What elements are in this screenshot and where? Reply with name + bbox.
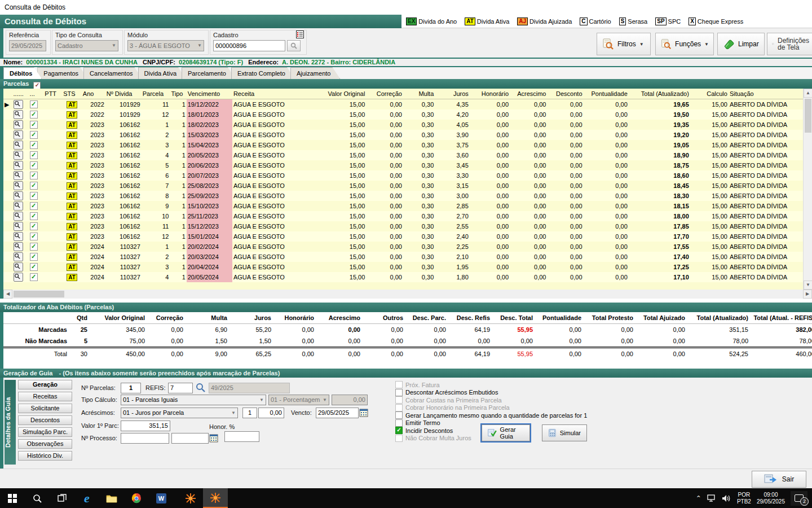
row-checkbox[interactable]: ✓ [30, 151, 38, 159]
grid-header[interactable]: Acrescimo [510, 89, 547, 99]
grid-header[interactable]: Tipo [170, 89, 186, 99]
processo-input[interactable] [121, 433, 169, 444]
language-indicator[interactable]: PORPTB2 [737, 492, 751, 505]
guia-nav-histórico-div-[interactable]: Histórico Div. [18, 451, 72, 461]
row-checkbox[interactable]: ✓ [30, 131, 38, 139]
table-row[interactable]: ✓AT20231061623115/04/2023AGUA E ESGOTO15… [3, 140, 812, 150]
row-magnifier-button[interactable] [14, 141, 23, 150]
grid-header[interactable]: PTT [43, 89, 62, 99]
table-row[interactable]: ✓AT202210192912118/01/2023AGUA E ESGOTO1… [3, 110, 812, 120]
table-row[interactable]: ✓AT202310616210125/11/2023AGUA E ESGOTO1… [3, 211, 812, 221]
checkbox[interactable] [395, 396, 403, 404]
row-magnifier-button[interactable] [14, 130, 23, 139]
grid-header[interactable]: Multa [403, 89, 435, 99]
tab-parcelamento[interactable]: Parcelamento [182, 67, 236, 79]
tipo-consulta-select[interactable]: Cadastro▼ [55, 40, 118, 51]
taskbar-search-button[interactable] [25, 488, 50, 508]
grid-header[interactable]: Pontualidade [584, 89, 629, 99]
acrescimos-select[interactable]: 01 - Juros por Parcela▼ [121, 408, 238, 418]
grid-header[interactable]: ...... [12, 89, 29, 99]
row-magnifier-button[interactable] [14, 262, 23, 271]
checkbox[interactable] [395, 419, 403, 427]
row-checkbox[interactable]: ✓ [30, 212, 38, 220]
row-magnifier-button[interactable] [14, 120, 23, 129]
calendar-icon[interactable] [209, 433, 218, 443]
filtros-button[interactable]: Filtros▼ [597, 33, 651, 55]
row-checkbox[interactable]: ✓ [30, 100, 38, 108]
table-row[interactable]: ✓AT202310616211115/12/2023AGUA E ESGOTO1… [3, 221, 812, 231]
table-row[interactable]: ✓AT20231061629115/10/2023AGUA E ESGOTO15… [3, 201, 812, 211]
volume-icon[interactable] [722, 494, 731, 502]
tray-chevron-icon[interactable]: ⌃ [696, 494, 701, 502]
row-magnifier-button[interactable] [14, 202, 23, 211]
scroll-up-arrow[interactable]: ▲ [804, 89, 812, 98]
row-magnifier-button[interactable] [14, 110, 23, 119]
tab-divida-ativa[interactable]: Divida Ativa [138, 67, 186, 79]
grid-header[interactable]: Honorário [470, 89, 510, 99]
grid-header[interactable]: Receita [232, 89, 311, 99]
grid-header[interactable]: Ano [82, 89, 105, 99]
tab-pagamentos[interactable]: Pagamentos [37, 67, 88, 79]
guia-nav-solicitante[interactable]: Solicitante [18, 404, 72, 413]
row-magnifier-button[interactable] [14, 181, 23, 190]
scroll-right-arrow[interactable]: ▶ [803, 290, 812, 299]
app-window-button[interactable] [178, 488, 203, 508]
guia-option[interactable]: Descontar Acréscimos Embutidos [395, 389, 587, 397]
grid-header[interactable]: Desconto [547, 89, 583, 99]
row-magnifier-button[interactable] [14, 273, 23, 282]
simular-button[interactable]: Simular [542, 424, 587, 441]
row-magnifier-button[interactable] [14, 232, 23, 241]
n-parcelas-input[interactable]: 1 [121, 383, 141, 393]
row-checkbox[interactable]: ✓ [30, 263, 38, 271]
checkbox[interactable] [395, 381, 403, 388]
grid-header[interactable]: Vencimento [187, 89, 232, 99]
table-row[interactable]: ✓AT20241103271120/02/2024AGUA E ESGOTO15… [3, 242, 812, 252]
cadastro-input[interactable] [213, 40, 285, 51]
internet-explorer-button[interactable]: e [74, 488, 99, 508]
checked-checkbox[interactable]: ✓ [395, 427, 403, 434]
tab-débitos[interactable]: Débitos [3, 67, 42, 79]
referencia-field[interactable]: 29/05/2025 [9, 40, 46, 51]
grid-header[interactable]: Juros [435, 89, 470, 99]
guia-nav-observações[interactable]: Observações [18, 439, 72, 449]
guia-nav-simulação-parc-[interactable]: Simulação Parc. [18, 427, 72, 437]
row-checkbox[interactable]: ✓ [30, 243, 38, 251]
grid-header[interactable]: Calculo [690, 89, 729, 99]
table-row[interactable]: ✓AT20231061628125/09/2023AGUA E ESGOTO15… [3, 191, 812, 201]
table-row[interactable]: ▶✓AT202210192911119/12/2022AGUA E ESGOTO… [3, 99, 812, 110]
row-checkbox[interactable]: ✓ [30, 233, 38, 240]
calendar-icon[interactable] [359, 408, 368, 417]
list-icon[interactable] [296, 30, 304, 38]
grid-header[interactable]: Situação [729, 89, 812, 99]
grid-header[interactable]: ... [29, 89, 44, 99]
row-checkbox[interactable]: ✓ [30, 161, 38, 169]
row-checkbox[interactable]: ✓ [30, 141, 38, 149]
valor1-input[interactable]: 351,15 [121, 421, 170, 431]
row-magnifier-button[interactable] [14, 222, 23, 231]
task-view-button[interactable] [50, 488, 74, 508]
word-button[interactable]: W [149, 488, 174, 508]
tipo-calculo-select[interactable]: 01 - Parcelas Iguais▼ [121, 395, 266, 405]
checkbox[interactable] [395, 389, 403, 396]
table-row[interactable]: ✓AT20231061624120/05/2023AGUA E ESGOTO15… [3, 150, 812, 160]
guia-option[interactable]: Cobrar Honorário na Primeira Parcela [395, 404, 587, 412]
row-checkbox[interactable]: ✓ [30, 202, 38, 210]
row-checkbox[interactable]: ✓ [30, 172, 38, 179]
refis-search-button[interactable] [195, 382, 206, 393]
vertical-scrollbar[interactable]: ▲ ▼ [803, 89, 812, 290]
row-magnifier-button[interactable] [14, 252, 23, 261]
table-row[interactable]: ✓AT20231061625120/06/2023AGUA E ESGOTO15… [3, 160, 812, 170]
table-row[interactable]: ✓AT20241103272120/03/2024AGUA E ESGOTO15… [3, 252, 812, 262]
checkbox[interactable] [395, 404, 403, 411]
guia-nav-descontos[interactable]: Descontos [18, 415, 72, 425]
network-icon[interactable] [707, 494, 716, 502]
guia-nav-receitas[interactable]: Receitas [18, 392, 72, 401]
row-magnifier-button[interactable] [14, 161, 23, 170]
row-magnifier-button[interactable] [14, 242, 23, 251]
grid-header[interactable]: Correção [366, 89, 403, 99]
guia-option[interactable]: Cobrar Custas na Primeira Parcela [395, 396, 587, 404]
honor-input[interactable] [224, 431, 259, 442]
grid-header[interactable] [3, 89, 12, 99]
row-checkbox[interactable]: ✓ [30, 192, 38, 200]
funcoes-button[interactable]: Funções▼ [655, 33, 714, 55]
